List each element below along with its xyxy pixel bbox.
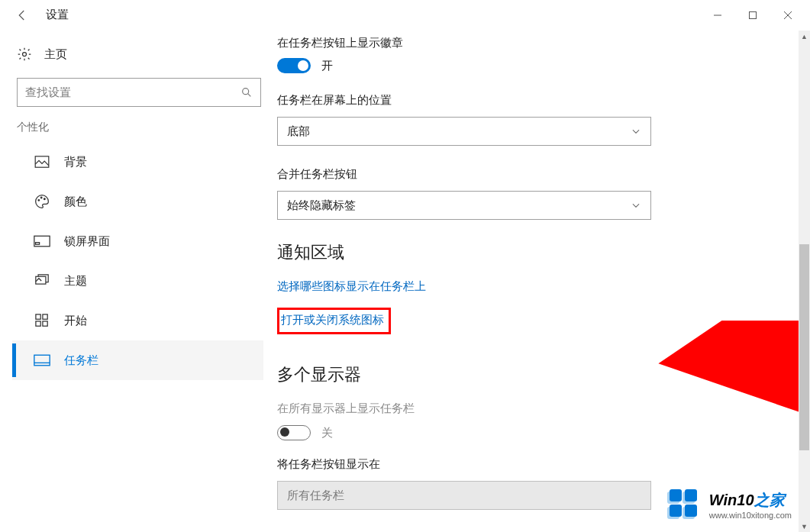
badges-toggle[interactable]: [277, 58, 311, 73]
scroll-thumb[interactable]: [799, 244, 809, 450]
sidebar-item-label: 锁屏界面: [64, 234, 110, 249]
windows-logo-icon: [668, 488, 702, 521]
svg-rect-15: [43, 321, 47, 326]
sidebar-item-start[interactable]: 开始: [12, 301, 263, 340]
scroll-down-icon[interactable]: ▼: [799, 521, 810, 532]
lockscreen-icon: [34, 235, 50, 247]
show-buttons-on-label: 将任务栏按钮显示在: [277, 457, 779, 472]
sidebar-item-label: 主题: [64, 274, 87, 289]
svg-rect-16: [34, 355, 50, 366]
main-content: 在任务栏按钮上显示徽章 开 任务栏在屏幕上的位置 底部 合并任务栏按钮 始终隐藏…: [263, 31, 810, 532]
scroll-up-icon[interactable]: ▲: [799, 31, 810, 42]
taskbar-icon: [34, 354, 50, 366]
chevron-down-icon: [631, 126, 641, 137]
show-on-all-toggle[interactable]: [277, 425, 311, 440]
watermark: Win10之家 www.win10xitong.com: [668, 488, 792, 521]
select-value: 底部: [287, 124, 310, 139]
annotation-arrow: [553, 321, 810, 473]
nav-list: 背景 颜色 锁屏界面: [12, 142, 263, 380]
system-icons-link[interactable]: 打开或关闭系统图标: [281, 313, 384, 327]
svg-line-4: [248, 94, 251, 97]
show-on-all-label: 在所有显示器上显示任务栏: [277, 401, 779, 416]
section-label: 个性化: [17, 121, 263, 134]
sidebar-item-label: 开始: [64, 314, 87, 328]
search-icon: [240, 86, 253, 98]
picture-icon: [34, 156, 50, 168]
sidebar-item-taskbar[interactable]: 任务栏: [12, 340, 263, 380]
svg-rect-10: [36, 243, 40, 245]
watermark-url: www.win10xitong.com: [709, 511, 792, 520]
select-value: 所有任务栏: [287, 488, 344, 503]
svg-rect-12: [36, 314, 40, 319]
sidebar-item-label: 背景: [64, 155, 87, 169]
svg-rect-13: [43, 314, 47, 319]
minimize-button[interactable]: [700, 3, 735, 27]
svg-point-3: [243, 89, 249, 95]
combine-buttons-label: 合并任务栏按钮: [277, 167, 779, 182]
notification-area-heading: 通知区域: [277, 241, 779, 264]
window-title: 设置: [46, 8, 69, 22]
titlebar: 设置: [0, 0, 810, 31]
start-icon: [34, 314, 50, 327]
sidebar-item-colors[interactable]: 颜色: [12, 182, 263, 221]
combine-buttons-select[interactable]: 始终隐藏标签: [277, 191, 651, 220]
truncated-setting-label: 在任务栏按钮上显示徽章: [277, 34, 779, 50]
taskbar-position-select[interactable]: 底部: [277, 117, 651, 146]
svg-point-2: [23, 53, 27, 56]
select-value: 始终隐藏标签: [287, 198, 356, 213]
svg-rect-14: [36, 321, 40, 326]
search-input[interactable]: 查找设置: [17, 78, 261, 107]
sidebar-item-background[interactable]: 背景: [12, 142, 263, 182]
scrollbar[interactable]: ▲ ▼: [799, 31, 810, 532]
svg-point-8: [44, 198, 46, 200]
sidebar-item-label: 任务栏: [64, 353, 98, 368]
annotation-highlight: 打开或关闭系统图标: [277, 308, 391, 334]
sidebar-item-label: 颜色: [64, 195, 87, 209]
chevron-down-icon: [631, 200, 641, 211]
svg-point-7: [40, 197, 42, 198]
sidebar-item-themes[interactable]: 主题: [12, 261, 263, 301]
show-buttons-on-select: 所有任务栏: [277, 481, 651, 510]
multiple-displays-heading: 多个显示器: [277, 363, 779, 386]
home-link[interactable]: 主页: [12, 37, 263, 72]
select-icons-link[interactable]: 选择哪些图标显示在任务栏上: [277, 279, 426, 294]
palette-icon: [34, 194, 50, 209]
home-label: 主页: [44, 47, 67, 62]
close-button[interactable]: [770, 3, 805, 27]
search-placeholder: 查找设置: [25, 85, 71, 100]
sidebar: 主页 查找设置 个性化 背景: [0, 31, 263, 532]
back-button[interactable]: [9, 2, 35, 28]
svg-point-6: [38, 200, 40, 202]
svg-rect-1: [750, 11, 757, 18]
toggle-state-label: 开: [321, 59, 333, 73]
maximize-button[interactable]: [735, 3, 770, 27]
toggle-state-label: 关: [321, 426, 333, 440]
watermark-brand: Win10之家: [709, 490, 792, 511]
taskbar-position-label: 任务栏在屏幕上的位置: [277, 93, 779, 108]
theme-icon: [34, 274, 50, 288]
gear-icon: [17, 47, 32, 62]
sidebar-item-lockscreen[interactable]: 锁屏界面: [12, 221, 263, 261]
